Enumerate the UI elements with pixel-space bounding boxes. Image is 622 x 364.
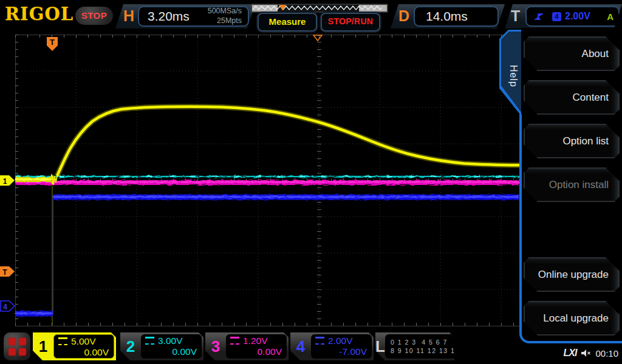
lxi-indicator: LXI: [564, 348, 577, 359]
channel-4-offset: -7.00V: [315, 346, 367, 359]
trigger-level-marker[interactable]: T: [0, 266, 15, 277]
channel-1-box[interactable]: 1 5.00V 0.00V: [33, 332, 116, 360]
timebase-value: 3.20ms: [139, 9, 208, 24]
stop-run-button[interactable]: STOP/RUN: [321, 13, 380, 32]
channel-3-scale: 1.20V: [243, 335, 268, 346]
channel-3-offset: 0.00V: [230, 346, 282, 359]
channel-1-scale: 5.00V: [71, 336, 96, 347]
memory-depth: 25Mpts: [208, 16, 242, 26]
sample-rate: 500MSa/s: [208, 7, 242, 16]
delay-reference-marker: [313, 35, 322, 41]
ch1-position-marker[interactable]: 1: [0, 175, 15, 186]
trigger-position-marker[interactable]: T: [47, 37, 58, 51]
rigol-logo: RIGOL: [5, 4, 73, 24]
svg-text:1: 1: [3, 177, 7, 186]
delay-label: D: [398, 7, 409, 25]
ch4-dc-coupling-icon: [315, 337, 324, 345]
logic-analyzer-box[interactable]: L 0 1 2 3 4 5 6 7 8 9 10 11 12 13 14 15: [375, 332, 454, 360]
trigger-group[interactable]: T 4 2.00V A: [505, 4, 622, 29]
channel-2-box[interactable]: 2 3.00V 0.00V: [120, 332, 203, 360]
trigger-label: T: [511, 7, 520, 25]
menu-item-local-upgrade[interactable]: Local upgrade: [524, 301, 620, 335]
delay-group[interactable]: D 14.0ms: [391, 4, 505, 29]
delay-value: 14.0ms: [415, 9, 468, 24]
timebase-panel[interactable]: 3.20ms 500MSa/s 25Mpts: [138, 6, 249, 27]
svg-text:T: T: [50, 38, 55, 47]
ch3-trace: [15, 182, 519, 183]
channel-3-box[interactable]: 3 1.20V 0.00V: [205, 332, 289, 360]
trigger-level-value: 2.00V: [565, 11, 607, 22]
svg-text:T: T: [2, 268, 7, 277]
trigger-mode-auto: A: [607, 12, 613, 22]
menu-key-square: [9, 338, 16, 345]
menu-key-square: [9, 348, 16, 356]
horizontal-timebase-group[interactable]: H 3.20ms 500MSa/s 25Mpts: [115, 4, 255, 29]
channel-4-scale: 2.00V: [328, 335, 353, 346]
menu-item-option-list[interactable]: Option list: [524, 124, 620, 158]
ch2-dc-coupling-icon: [145, 337, 154, 345]
sound-muted-icon: [581, 349, 591, 357]
trigger-slope-icon: [533, 12, 545, 21]
measure-button[interactable]: Measure: [258, 13, 317, 32]
menu-item-option-install: Option install: [524, 167, 620, 202]
memory-position-bar[interactable]: [251, 4, 388, 13]
trigger-source-badge: 4: [552, 12, 561, 21]
trigger-panel[interactable]: 4 2.00V A: [525, 6, 620, 27]
menu-item-content[interactable]: Content: [524, 80, 620, 115]
ch4-position-marker[interactable]: 4: [1, 301, 15, 311]
channel-2-offset: 0.00V: [145, 346, 197, 359]
oscilloscope-screen: T 1 T 4 RIGOL STOP H 3.20ms 500MSa/s 25M…: [0, 0, 622, 364]
menu-item-about[interactable]: About: [524, 36, 620, 71]
menu-key-square: [19, 338, 26, 345]
menu-key-button[interactable]: [4, 332, 30, 360]
ch1-trace: [15, 107, 519, 184]
svg-text:4: 4: [3, 303, 7, 311]
ch1-dc-coupling-icon: [58, 337, 67, 345]
delay-panel[interactable]: 14.0ms: [414, 6, 499, 27]
ch4-trace: [15, 197, 519, 314]
ch3-dc-coupling-icon: [230, 337, 239, 345]
timebase-label: H: [123, 7, 134, 25]
channel-1-offset: 0.00V: [58, 347, 109, 360]
channel-2-scale: 3.00V: [158, 335, 183, 346]
menu-item-online-upgrade[interactable]: Online upgrade: [524, 257, 620, 292]
menu-key-square: [19, 348, 26, 356]
system-clock: 00:10: [595, 348, 618, 359]
help-tab-label: Help: [507, 49, 519, 103]
channel-4-box[interactable]: 4 2.00V -7.00V: [290, 332, 374, 360]
run-state-badge: STOP: [75, 7, 113, 25]
